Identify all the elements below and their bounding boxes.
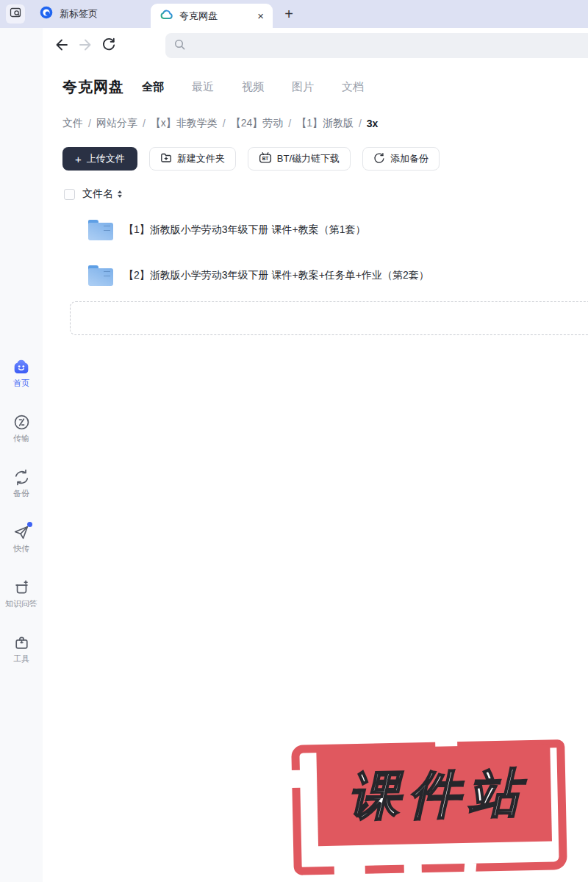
tab-label: 新标签页 (60, 7, 98, 21)
watermark-stamp: 课件站 (291, 739, 567, 875)
upload-file-button[interactable]: + 上传文件 (62, 147, 137, 171)
search-icon (173, 38, 186, 54)
tab-image[interactable]: 图片 (292, 80, 314, 94)
sidebar-item-quick-transfer[interactable]: 快传 (0, 523, 43, 554)
breadcrumb-separator: / (88, 118, 91, 129)
quark-drive-logo-icon (159, 9, 173, 23)
sidebar-item-label: 首页 (13, 378, 29, 389)
breadcrumb-separator: / (223, 118, 226, 129)
tab-label: 夸克网盘 (179, 10, 218, 23)
transfer-circle-icon (12, 412, 31, 431)
tab-search-icon (10, 7, 21, 21)
sidebar-item-label: 备份 (13, 488, 29, 499)
sidebar-item-backup[interactable]: 备份 (0, 467, 43, 499)
address-search-bar[interactable] (165, 33, 588, 58)
plus-icon: + (75, 154, 82, 165)
sidebar-item-knowledge-qa[interactable]: 知识问答 (0, 578, 43, 609)
bt-download-label: BT/磁力链下载 (277, 152, 340, 165)
quark-browser-logo-icon (40, 6, 53, 22)
bt-badge-text: BT (262, 156, 268, 161)
tab-all[interactable]: 全部 (142, 80, 164, 94)
tab-recent[interactable]: 最近 (192, 80, 214, 94)
sidebar-item-transfer[interactable]: 传输 (0, 412, 43, 444)
bt-magnet-download-button[interactable]: BT BT/磁力链下载 (248, 147, 351, 171)
sync-circle-icon (373, 152, 385, 166)
home-smiley-cloud-icon (12, 357, 31, 376)
new-folder-label: 新建文件夹 (177, 152, 225, 165)
sidebar: 首页 传输 (0, 28, 43, 882)
breadcrumb-current: 3x (367, 118, 379, 129)
page-title: 夸克网盘 (62, 77, 124, 97)
browser-toolbar (0, 28, 588, 62)
browser-tab-active[interactable]: 夸克网盘 × (151, 4, 273, 28)
folder-icon (88, 220, 113, 240)
action-buttons: + 上传文件 新建文件夹 BT (62, 147, 440, 171)
main-content: 夸克网盘 全部 最近 视频 图片 文档 文件 / 网站分享 / 【x】非教学类 … (43, 62, 588, 882)
browser-tab-newtab[interactable]: 新标签页 (40, 0, 98, 28)
notification-badge (27, 522, 32, 527)
close-tab-icon[interactable]: × (257, 10, 264, 21)
filter-tabs: 全部 最近 视频 图片 文档 (142, 80, 364, 94)
add-backup-button[interactable]: 添加备份 (362, 147, 440, 171)
knowledge-box-plus-icon (12, 578, 31, 597)
forward-button[interactable] (76, 36, 94, 54)
sidebar-item-label: 工具 (13, 653, 29, 664)
file-name-column-header: 文件名 (82, 187, 113, 201)
upload-file-label: 上传文件 (87, 152, 125, 165)
sidebar-item-home[interactable]: 首页 (0, 357, 43, 389)
breadcrumb-item[interactable]: 【1】浙教版 (296, 117, 354, 130)
sidebar-item-label: 传输 (13, 433, 29, 444)
tab-document[interactable]: 文档 (342, 80, 364, 94)
breadcrumb-item[interactable]: 【x】非教学类 (151, 117, 218, 130)
sync-arrows-icon (12, 467, 31, 487)
sidebar-item-label: 快传 (13, 543, 29, 554)
sidebar-item-tools[interactable]: 工具 (0, 633, 43, 664)
add-backup-label: 添加备份 (390, 152, 429, 165)
file-list-header: 文件名 (64, 187, 122, 201)
empty-dropzone[interactable] (70, 301, 588, 335)
back-button[interactable] (53, 36, 71, 54)
browser-window: 新标签页 夸克网盘 × + (0, 0, 588, 882)
sidebar-nav: 首页 传输 (0, 357, 43, 664)
breadcrumb-separator: / (143, 118, 146, 129)
tab-search-button[interactable] (6, 4, 25, 24)
new-tab-button[interactable]: + (279, 0, 298, 28)
breadcrumb-item[interactable]: 【24】劳动 (231, 117, 284, 130)
bt-download-icon: BT (259, 151, 272, 166)
file-name[interactable]: 【2】浙教版小学劳动3年级下册 课件+教案+任务单+作业（第2套） (123, 269, 429, 282)
breadcrumb: 文件 / 网站分享 / 【x】非教学类 / 【24】劳动 / 【1】浙教版 / … (62, 117, 378, 130)
paper-plane-icon (12, 523, 31, 542)
page-header: 夸克网盘 全部 最近 视频 图片 文档 (62, 77, 364, 97)
folder-plus-icon (160, 152, 172, 165)
sort-arrows-icon[interactable] (118, 190, 122, 198)
stamp-text: 课件站 (339, 759, 530, 831)
toolbox-icon (12, 633, 31, 652)
file-row[interactable]: 【1】浙教版小学劳动3年级下册 课件+教案（第1套） (43, 213, 588, 247)
breadcrumb-item[interactable]: 文件 (62, 117, 83, 130)
breadcrumb-item[interactable]: 网站分享 (96, 117, 137, 130)
file-name[interactable]: 【1】浙教版小学劳动3年级下册 课件+教案（第1套） (123, 223, 365, 237)
folder-icon (88, 265, 113, 286)
tab-video[interactable]: 视频 (242, 80, 264, 94)
sidebar-item-label: 知识问答 (5, 598, 37, 609)
select-all-checkbox[interactable] (64, 189, 75, 200)
browser-tab-strip: 新标签页 夸克网盘 × + (0, 0, 588, 28)
breadcrumb-separator: / (359, 118, 362, 129)
file-row[interactable]: 【2】浙教版小学劳动3年级下册 课件+教案+任务单+作业（第2套） (43, 259, 588, 293)
refresh-button[interactable] (100, 36, 118, 54)
search-input[interactable] (192, 40, 588, 52)
breadcrumb-separator: / (288, 118, 291, 129)
stamp-box: 课件站 (316, 745, 552, 847)
new-folder-button[interactable]: 新建文件夹 (149, 147, 236, 171)
